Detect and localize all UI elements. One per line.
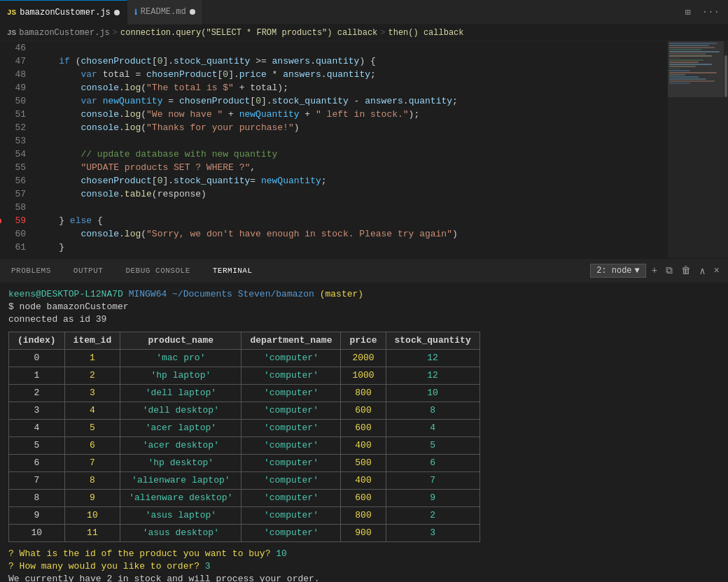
col-index: (index) [9, 332, 65, 350]
minimap-content [668, 41, 724, 86]
editor-actions: ⊞ ··· [682, 5, 728, 20]
table-row: 12'hp laptop''computer'100012 [9, 367, 480, 385]
breadcrumb: JS bamazonCustomer.js > connection.query… [0, 24, 728, 41]
code-line-52: console.log("Thanks for your purchase!") [37, 121, 668, 134]
terminal-path: MINGW64 ~/Documents Steven/bamazon [129, 289, 314, 299]
tab-debug-console[interactable]: DEBUG CONSOLE [114, 259, 201, 283]
split-editor-icon[interactable]: ⊞ [682, 5, 693, 20]
code-line-46 [37, 41, 668, 55]
terminal-prompt-line: keens@DESKTOP-L12NA7D MINGW64 ~/Document… [8, 288, 720, 301]
terminal-user: keens@DESKTOP-L12NA7D [8, 289, 123, 299]
products-table: (index) item_id product_name department_… [8, 332, 480, 542]
table-row: 89'alienware desktop''computer'6009 [9, 490, 480, 507]
table-row: 67'hp desktop''computer'5006 [9, 455, 480, 472]
code-line-60: console.log("Sorry, we don't have enough… [37, 227, 668, 241]
code-line-53 [37, 134, 668, 148]
terminal-output2: We currently have 2 in stock and will pr… [8, 573, 720, 582]
tab-bamazoncustomer[interactable]: JS bamazonCustomer.js [0, 0, 127, 24]
close-panel-icon[interactable]: × [711, 262, 722, 279]
panel-tabs: PROBLEMS OUTPUT DEBUG CONSOLE TERMINAL 2… [0, 258, 728, 283]
terminal-branch: (master) [320, 289, 363, 299]
new-terminal-icon[interactable]: + [649, 262, 660, 279]
breadcrumb-path1[interactable]: connection.query("SELECT * FROM products… [120, 28, 377, 38]
code-line-51: console.log("We now have " + newQuantity… [37, 108, 668, 121]
code-line-61: } [37, 241, 668, 254]
terminal-command: $ node bamazonCustomer [8, 301, 720, 313]
scroll-thumb[interactable] [724, 55, 727, 97]
code-content[interactable]: if (chosenProduct[0].stock_quantity >= a… [31, 41, 668, 258]
table-row: 1011'asus desktop''computer'9003 [9, 525, 480, 542]
js-icon: JS [7, 8, 16, 17]
tab-bar: JS bamazonCustomer.js ℹ README.md ⊞ ··· [0, 0, 728, 24]
table-body: 01'mac pro''computer'20001212'hp laptop'… [9, 350, 480, 542]
code-line-47: if (chosenProduct[0].stock_quantity >= a… [37, 55, 668, 68]
code-line-48: var total = chosenProduct[0].price * ans… [37, 68, 668, 81]
editor-area: 46 47 48 49 50 51 52 53 54 55 56 57 58 5… [0, 41, 728, 258]
split-terminal-icon[interactable]: ⧉ [663, 262, 676, 279]
col-product-name: product_name [120, 332, 241, 350]
scrollbar[interactable] [724, 41, 728, 258]
minimap [668, 41, 724, 258]
terminal-area[interactable]: keens@DESKTOP-L12NA7D MINGW64 ~/Document… [0, 283, 728, 582]
panel-tab-actions: 2: node ▼ + ⧉ 🗑 ∧ × [590, 262, 728, 280]
terminal-connected: connected as id 39 [8, 313, 720, 326]
code-line-50: var newQuantity = chosenProduct[0].stock… [37, 94, 668, 108]
table-row: 56'acer desktop''computer'4005 [9, 437, 480, 455]
tab-readme[interactable]: ℹ README.md [127, 0, 203, 24]
tab-modified-dot [114, 10, 120, 15]
tab-problems[interactable]: PROBLEMS [0, 259, 62, 283]
table-row: 45'acer laptop''computer'6004 [9, 420, 480, 437]
breadcrumb-file: bamazonCustomer.js [19, 28, 110, 38]
terminal-question1: ? What is the id of the product you want… [8, 548, 720, 560]
code-line-57: console.table(response) [37, 187, 668, 201]
collapse-panel-icon[interactable]: ∧ [696, 262, 708, 280]
node-selector-label: 2: node [596, 266, 631, 276]
code-line-54: // update database with new quantity [37, 148, 668, 161]
table-row: 01'mac pro''computer'200012 [9, 350, 480, 367]
col-item-id: item_id [64, 332, 120, 350]
col-stock-qty: stock_quantity [386, 332, 479, 350]
code-line-49: console.log("The total is $" + total); [37, 81, 668, 94]
breadcrumb-path2[interactable]: then() callback [388, 28, 464, 38]
code-line-55: "UPDATE products SET ? WHERE ?", [37, 161, 668, 174]
col-department-name: department_name [241, 332, 341, 350]
tab-terminal[interactable]: TERMINAL [202, 259, 264, 283]
terminal-question2: ? How many would you like to order? 3 [8, 560, 720, 573]
tab-readme-dot [190, 9, 195, 15]
tab-bamazoncustomer-label: bamazonCustomer.js [20, 8, 111, 17]
col-price: price [341, 332, 386, 350]
tab-output[interactable]: OUTPUT [62, 259, 115, 283]
md-icon: ℹ [134, 8, 137, 17]
line-numbers: 46 47 48 49 50 51 52 53 54 55 56 57 58 5… [0, 41, 31, 258]
code-line-56: chosenProduct[0].stock_quantity= newQuan… [37, 174, 668, 187]
table-row: 910'asus laptop''computer'8002 [9, 507, 480, 525]
table-header-row: (index) item_id product_name department_… [9, 332, 480, 350]
breadcrumb-js-icon: JS [7, 29, 16, 37]
code-line-59: } else { [37, 214, 668, 227]
table-row: 78'alienware laptop''computer'4007 [9, 472, 480, 490]
chevron-down-icon: ▼ [635, 266, 640, 276]
tab-readme-label: README.md [141, 7, 186, 17]
node-selector[interactable]: 2: node ▼ [590, 264, 646, 278]
code-line-58 [37, 201, 668, 214]
delete-terminal-icon[interactable]: 🗑 [678, 262, 694, 279]
more-actions-icon[interactable]: ··· [699, 5, 722, 20]
table-row: 34'dell desktop''computer'6008 [9, 402, 480, 420]
table-row: 23'dell laptop''computer'80010 [9, 385, 480, 402]
